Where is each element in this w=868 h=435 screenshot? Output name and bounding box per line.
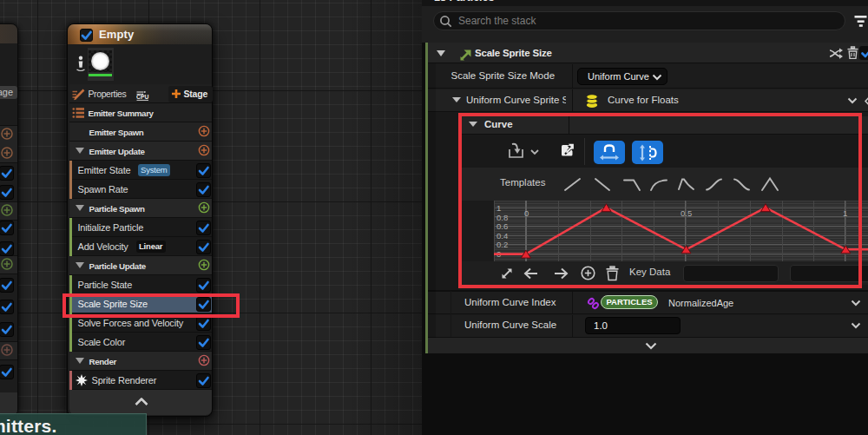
- svg-text:CPU: CPU: [136, 94, 148, 100]
